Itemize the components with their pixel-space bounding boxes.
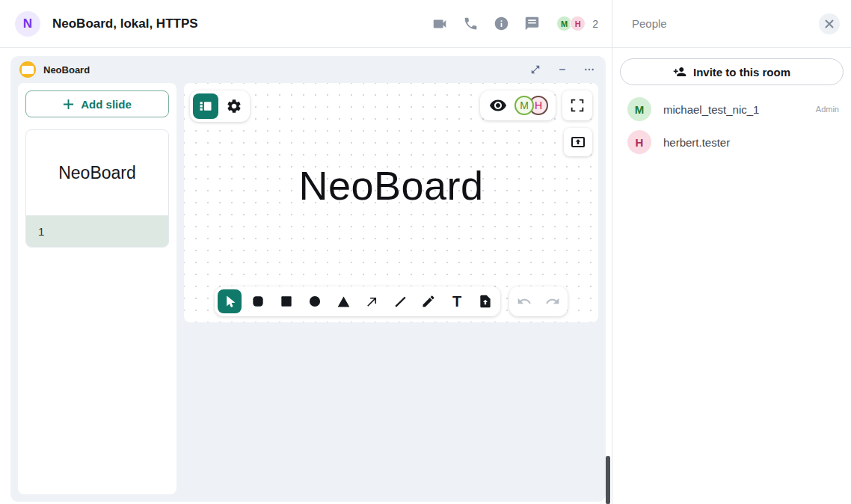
fullscreen-button[interactable]	[562, 90, 592, 120]
slide-number: 1	[26, 215, 168, 247]
ellipse-tool-button[interactable]	[303, 289, 327, 313]
present-mode-button[interactable]	[488, 95, 509, 116]
member-row-michael[interactable]: M michael_test_nic_1 Admin	[612, 93, 851, 126]
person-add-icon	[673, 65, 686, 79]
member-avatar-m: M	[627, 97, 651, 121]
import-upload-button[interactable]	[564, 128, 592, 156]
slide-panel: Add slide NeoBoard 1	[18, 83, 176, 494]
pencil-icon	[421, 294, 436, 309]
neoboard-widget: NeoBoard Add slide	[10, 56, 606, 502]
tools-pill: T	[215, 286, 500, 316]
line-icon	[393, 295, 408, 309]
widget-maximize-icon[interactable]	[529, 64, 541, 76]
add-slide-button[interactable]: Add slide	[25, 90, 169, 117]
widget-minimize-icon[interactable]	[556, 64, 568, 76]
toggle-slide-panel-button[interactable]	[193, 93, 218, 119]
upload-to-board-icon	[569, 133, 587, 151]
redo-button[interactable]	[541, 289, 565, 313]
close-icon	[824, 19, 835, 29]
invite-button[interactable]: Invite to this room	[620, 58, 844, 85]
people-panel-title: People	[632, 17, 667, 30]
invite-button-label: Invite to this room	[693, 66, 790, 79]
voice-call-icon[interactable]	[462, 16, 479, 32]
member-avatar-h: H	[627, 130, 651, 154]
rounded-square-icon	[251, 294, 265, 309]
app-window: N NeoBoard, lokal, HTTPS M H 2	[0, 0, 851, 504]
widget-options-icon[interactable]	[583, 64, 595, 76]
member-role-badge: Admin	[816, 105, 839, 114]
room-avatar[interactable]: N	[15, 11, 40, 37]
cursor-icon	[223, 295, 237, 309]
canvas-text-element[interactable]: NeoBoard	[184, 162, 598, 209]
eye-icon	[489, 96, 507, 114]
redo-icon	[545, 294, 560, 309]
videocam-icon	[431, 16, 448, 32]
whiteboard-canvas[interactable]: NeoBoard	[184, 83, 598, 322]
widget-header: NeoBoard	[10, 56, 606, 83]
threads-chat-icon[interactable]	[523, 16, 540, 32]
main-area: N NeoBoard, lokal, HTTPS M H 2	[0, 0, 612, 504]
collaborator-avatar-m: M	[514, 96, 534, 115]
minus-icon	[557, 64, 568, 75]
slide-overview-icon	[198, 99, 213, 114]
board-settings-toolbar	[190, 90, 250, 122]
slide-preview-text: NeoBoard	[26, 130, 168, 215]
room-header: N NeoBoard, lokal, HTTPS M H 2	[0, 0, 612, 48]
member-name: herbert.tester	[663, 136, 730, 149]
line-tool-button[interactable]	[388, 289, 412, 313]
room-facepile[interactable]: M H	[556, 16, 586, 31]
undo-redo-pill	[509, 286, 568, 316]
video-call-icon[interactable]	[431, 16, 448, 32]
arrow-north-east-icon	[365, 295, 379, 309]
triangle-tool-button[interactable]	[331, 289, 355, 313]
ellipsis-icon	[583, 64, 595, 76]
widget-avatar-icon	[19, 61, 36, 78]
whiteboard-glyph	[22, 66, 34, 74]
undo-icon	[517, 294, 532, 309]
board-settings-button[interactable]	[221, 93, 247, 119]
select-tool-button[interactable]	[218, 289, 242, 313]
slide-thumbnail[interactable]: NeoBoard 1	[25, 129, 169, 248]
room-title[interactable]: NeoBoard, lokal, HTTPS	[52, 16, 198, 31]
widget-title: NeoBoard	[43, 64, 90, 76]
people-panel: People Invite to this room M michael_tes…	[612, 0, 851, 504]
pen-tool-button[interactable]	[417, 289, 440, 313]
vertical-scrollbar-thumb[interactable]	[606, 456, 610, 504]
square-icon	[279, 294, 294, 309]
facepile-avatar-h: H	[570, 16, 586, 31]
arrow-tool-button[interactable]	[360, 289, 384, 313]
plus-icon	[63, 99, 74, 110]
open-in-full-icon	[530, 64, 541, 75]
presence-pill: M H	[480, 90, 556, 120]
member-name: michael_test_nic_1	[663, 103, 759, 116]
board-bottom-toolbar: T	[215, 286, 568, 316]
board-collaborators: M H	[514, 96, 548, 115]
text-tool-button[interactable]: T	[445, 289, 469, 313]
close-panel-button[interactable]	[819, 13, 840, 34]
room-info-icon[interactable]	[493, 16, 509, 32]
add-slide-label: Add slide	[81, 98, 132, 111]
widget-body: Add slide NeoBoard 1 NeoBoard	[10, 83, 606, 502]
rectangle-tool-button[interactable]	[274, 289, 298, 313]
board-top-right-controls: M H	[480, 90, 592, 120]
member-count: 2	[592, 18, 598, 30]
circle-icon	[307, 294, 322, 309]
undo-button[interactable]	[512, 289, 536, 313]
triangle-icon	[336, 294, 351, 310]
info-icon	[494, 16, 509, 31]
phone-icon	[463, 16, 479, 31]
upload-file-tool-button[interactable]	[473, 289, 497, 313]
file-upload-icon	[478, 294, 493, 309]
text-tool-icon: T	[452, 293, 461, 310]
board-wrap: NeoBoard	[184, 83, 598, 494]
member-row-herbert[interactable]: H herbert.tester	[612, 126, 851, 159]
gear-icon	[226, 98, 242, 114]
fullscreen-icon	[569, 97, 586, 114]
chat-icon	[524, 16, 540, 31]
people-panel-header: People	[612, 0, 851, 48]
rounded-rectangle-tool-button[interactable]	[246, 289, 270, 313]
